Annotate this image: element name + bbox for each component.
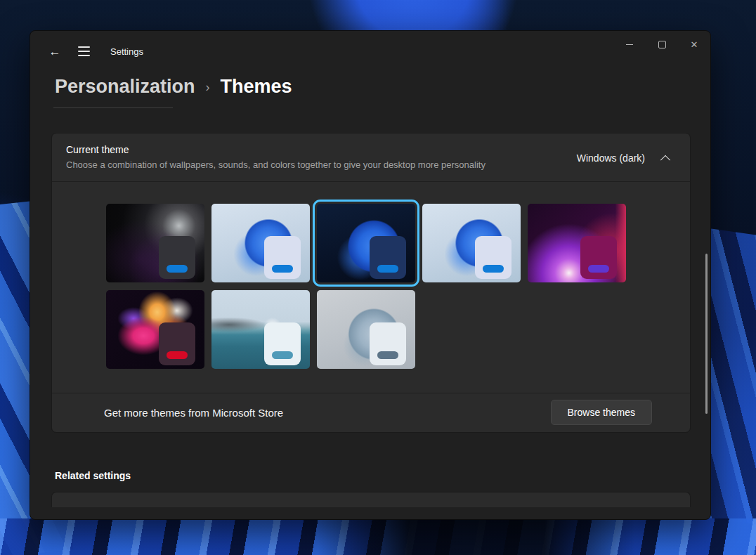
theme-preview-window: [264, 236, 301, 279]
maximize-icon: [658, 41, 666, 48]
theme-preview-window: [159, 322, 195, 365]
theme-preview-accent-pill: [377, 351, 398, 359]
theme-preview-window: [159, 236, 195, 279]
hamburger-icon: [78, 46, 90, 56]
breadcrumb-underline: [53, 107, 173, 108]
related-settings-heading: Related settings: [55, 470, 710, 481]
minimize-button[interactable]: [613, 31, 646, 58]
close-icon: ✕: [691, 40, 698, 49]
browse-themes-button[interactable]: Browse themes: [551, 400, 652, 425]
theme-preview-accent-pill: [588, 265, 609, 273]
back-button[interactable]: ←: [43, 41, 67, 62]
theme-thumbnail-mountain-lake[interactable]: [211, 290, 310, 369]
wallpaper-bloom-bottom: [0, 518, 756, 555]
theme-preview-accent-pill: [272, 265, 293, 273]
theme-preview-accent-pill: [483, 265, 504, 273]
current-theme-description: Choose a combination of wallpapers, soun…: [66, 159, 485, 172]
current-theme-header-text: Current theme Choose a combination of wa…: [66, 144, 485, 172]
theme-thumbnail-purple-glow[interactable]: [528, 204, 626, 282]
current-theme-value: Windows (dark): [577, 152, 645, 164]
theme-thumbnail-silver-bloom[interactable]: [317, 290, 415, 369]
related-settings-card[interactable]: [51, 492, 691, 507]
theme-thumbnail-windows-dark[interactable]: [317, 204, 415, 282]
theme-preview-accent-pill: [167, 265, 188, 273]
theme-preview-accent-pill: [272, 351, 293, 359]
theme-grid: [52, 182, 690, 369]
get-more-themes-label: Get more themes from Microsoft Store: [104, 407, 283, 419]
theme-thumbnail-windows-light-2[interactable]: [422, 204, 521, 282]
page-title: Themes: [221, 76, 292, 98]
theme-thumbnail-joker-dark[interactable]: [106, 204, 204, 282]
current-theme-expander[interactable]: Current theme Choose a combination of wa…: [52, 133, 690, 181]
breadcrumb-personalization[interactable]: Personalization: [55, 76, 195, 98]
breadcrumb-separator-icon: ›: [206, 80, 210, 95]
theme-gallery: [52, 181, 690, 393]
app-title: Settings: [110, 46, 143, 57]
breadcrumb: Personalization › Themes: [55, 76, 710, 98]
chevron-up-icon: [660, 155, 670, 165]
minimize-icon: [626, 44, 633, 45]
maximize-button[interactable]: [646, 31, 678, 58]
window-controls: ✕: [613, 31, 710, 58]
navigation-menu-button[interactable]: [67, 41, 91, 62]
theme-preview-window: [580, 236, 617, 279]
settings-window: ← Settings ✕ Personalization › Themes Cu…: [30, 30, 711, 520]
theme-thumbnail-windows-light[interactable]: [211, 204, 310, 282]
current-theme-title: Current theme: [66, 144, 485, 155]
scrollbar[interactable]: [705, 254, 708, 414]
theme-preview-window: [475, 236, 511, 279]
theme-preview-accent-pill: [167, 351, 188, 359]
wallpaper-bloom-right: [705, 228, 756, 525]
get-more-themes-row: Get more themes from Microsoft Store Bro…: [52, 393, 690, 432]
theme-preview-window: [370, 236, 406, 279]
current-theme-value-group: Windows (dark): [577, 152, 676, 164]
back-arrow-icon: ←: [49, 46, 61, 58]
theme-preview-window: [264, 322, 301, 365]
close-button[interactable]: ✕: [678, 31, 710, 58]
theme-preview-accent-pill: [377, 265, 398, 273]
titlebar[interactable]: ← Settings ✕: [30, 31, 710, 72]
theme-thumbnail-abstract-bloom[interactable]: [106, 290, 204, 369]
theme-preview-window: [370, 322, 406, 365]
current-theme-card: Current theme Choose a combination of wa…: [51, 133, 691, 433]
